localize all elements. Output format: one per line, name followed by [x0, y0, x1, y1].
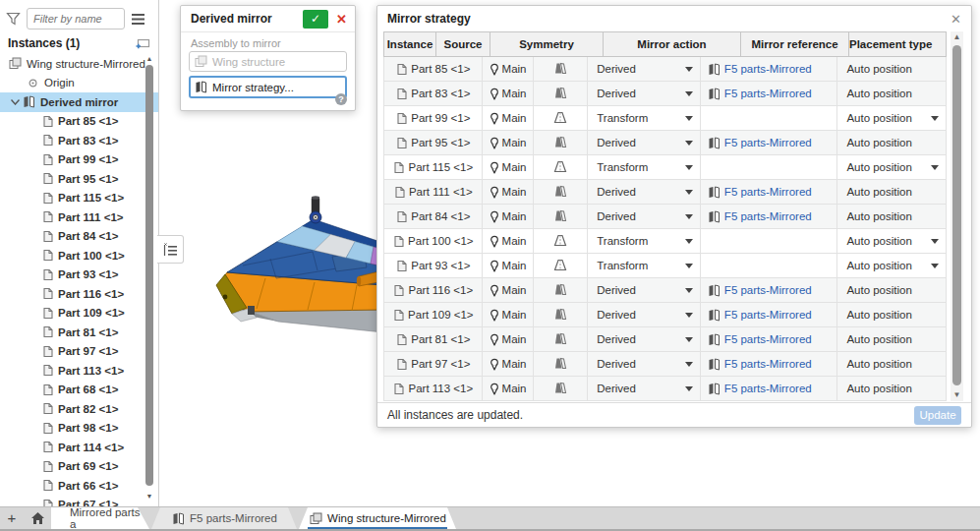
table-row[interactable]: Part 111 <1> Main — [383, 180, 947, 205]
tree-item[interactable]: Part 68 <1> — [0, 381, 158, 400]
tree-item[interactable]: Part 69 <1> — [0, 457, 158, 477]
confirm-button[interactable]: ✓ — [303, 10, 328, 29]
tree-item[interactable]: Derived mirror — [0, 92, 158, 112]
close-icon[interactable]: ✕ — [951, 12, 961, 27]
table-row[interactable]: Part 113 <1> Main — [383, 377, 947, 401]
placement-type-cell[interactable]: Auto position — [837, 229, 946, 253]
mirror-reference-link[interactable]: F5 parts-Mirrored — [724, 186, 812, 198]
tree-item[interactable]: Part 100 <1> — [0, 246, 158, 266]
mirror-action-dropdown[interactable]: Derived — [588, 377, 701, 400]
table-row[interactable]: Part 109 <1> Main — [383, 303, 947, 327]
tree-item[interactable]: Part 109 <1> — [0, 304, 158, 324]
mirror-reference-link[interactable]: F5 parts-Mirrored — [724, 309, 812, 321]
mirror-reference-link[interactable]: F5 parts-Mirrored — [724, 284, 812, 296]
tree-item[interactable]: Part 114 <1> — [0, 438, 158, 457]
placement-type-cell[interactable]: Auto position — [837, 327, 946, 351]
table-row[interactable]: Part 84 <1> Main — [383, 205, 947, 229]
mirror-action-dropdown[interactable]: Derived — [588, 180, 701, 204]
tree-item[interactable]: Part 113 <1> — [0, 361, 158, 381]
mirror-action-dropdown[interactable]: Transform — [588, 106, 701, 130]
filter-icon[interactable] — [6, 12, 21, 26]
placement-type-cell[interactable]: Auto position — [837, 131, 946, 154]
help-icon[interactable]: ? — [335, 93, 347, 105]
tree-item[interactable]: Part 115 <1> — [0, 189, 158, 208]
table-row[interactable]: Part 81 <1> Main — [383, 327, 947, 352]
tree-item[interactable]: Part 97 <1> — [0, 342, 158, 362]
tree-item[interactable]: Part 95 <1> — [0, 169, 158, 189]
sidebar-scrollbar-thumb[interactable] — [145, 65, 153, 486]
scroll-up-icon[interactable]: ▲ — [951, 31, 963, 43]
table-row[interactable]: Part 93 <1> Main — [383, 254, 947, 278]
placement-type-cell[interactable]: Auto position — [837, 180, 946, 204]
add-tab-button[interactable]: + — [0, 507, 24, 529]
scroll-down-icon[interactable]: ▼ — [144, 493, 154, 501]
table-scrollbar[interactable]: ▲ ▼ — [951, 31, 963, 401]
mirror-strategy-button[interactable]: Mirror strategy... — [189, 76, 347, 98]
mirror-action-dropdown[interactable]: Derived — [588, 131, 701, 154]
document-tab[interactable]: Wing structure-Mirrored — [299, 507, 456, 529]
mirror-action-dropdown[interactable]: Derived — [588, 352, 701, 376]
document-tab[interactable]: Mirrored parts a — [51, 507, 149, 529]
mirror-reference-link[interactable]: F5 parts-Mirrored — [724, 137, 812, 148]
mirror-action-dropdown[interactable]: Derived — [588, 57, 701, 81]
chevron-down-icon[interactable] — [8, 99, 22, 105]
mirror-reference-link[interactable]: F5 parts-Mirrored — [724, 383, 812, 394]
placement-type-cell[interactable]: Auto position — [837, 254, 946, 277]
placement-type-cell[interactable]: Auto position — [837, 106, 946, 130]
tree-item[interactable]: Part 111 <1> — [0, 207, 158, 227]
mirror-action-dropdown[interactable]: Derived — [588, 205, 701, 228]
table-row[interactable]: Part 97 <1> Main — [383, 352, 947, 377]
table-row[interactable]: Part 85 <1> Main — [383, 57, 947, 82]
sidebar-scrollbar[interactable]: ▲ ▼ — [144, 55, 154, 501]
mirror-action-dropdown[interactable]: Transform — [588, 254, 701, 277]
mirror-action-dropdown[interactable]: Derived — [588, 303, 701, 326]
assembly-field[interactable]: Wing structure — [189, 51, 347, 72]
mirror-action-dropdown[interactable]: Transform — [588, 155, 701, 179]
scroll-down-icon[interactable]: ▼ — [951, 389, 963, 401]
tree-item[interactable]: Part 85 <1> — [0, 112, 158, 132]
table-row[interactable]: Part 115 <1> Main — [383, 155, 947, 180]
mirror-reference-link[interactable]: F5 parts-Mirrored — [724, 210, 812, 222]
mirror-reference-link[interactable]: F5 parts-Mirrored — [724, 358, 812, 370]
placement-type-cell[interactable]: Auto position — [837, 205, 946, 228]
mirror-reference-link[interactable]: F5 parts-Mirrored — [724, 333, 812, 345]
tree-item[interactable]: Part 84 <1> — [0, 227, 158, 247]
cancel-button[interactable]: ✕ — [328, 12, 349, 27]
placement-type-cell[interactable]: Auto position — [837, 82, 946, 105]
placement-type-cell[interactable]: Auto position — [837, 303, 946, 326]
placement-type-cell[interactable]: Auto position — [837, 278, 946, 302]
mirror-action-dropdown[interactable]: Derived — [588, 82, 701, 105]
placement-type-cell[interactable]: Auto position — [837, 155, 946, 179]
mirror-reference-link[interactable]: F5 parts-Mirrored — [724, 88, 812, 99]
tree-item[interactable]: Part 82 <1> — [0, 399, 158, 419]
scroll-up-icon[interactable]: ▲ — [144, 55, 154, 63]
home-button[interactable] — [24, 507, 51, 529]
mirror-action-dropdown[interactable]: Derived — [588, 327, 701, 351]
tree-item[interactable]: Part 93 <1> — [0, 266, 158, 285]
table-row[interactable]: Part 95 <1> Main — [383, 131, 947, 155]
table-row[interactable]: Part 116 <1> Main — [383, 278, 947, 303]
tree-item[interactable]: Part 66 <1> — [0, 476, 158, 496]
placement-type-cell[interactable]: Auto position — [837, 57, 946, 81]
list-view-icon[interactable] — [131, 13, 145, 26]
mirror-action-dropdown[interactable]: Derived — [588, 278, 701, 302]
insert-icon[interactable] — [135, 36, 150, 50]
tree-item[interactable]: Part 81 <1> — [0, 323, 158, 342]
table-scrollbar-thumb[interactable] — [952, 45, 961, 385]
placement-type-cell[interactable]: Auto position — [837, 352, 946, 376]
tree-item[interactable]: Origin — [0, 74, 158, 93]
table-row[interactable]: Part 99 <1> Main — [383, 106, 947, 131]
tree-item[interactable]: Part 83 <1> — [0, 131, 158, 150]
tree-item[interactable]: Wing structure-Mirrored — [0, 54, 158, 74]
placement-type-cell[interactable]: Auto position — [837, 377, 946, 400]
structure-tree-toggle[interactable] — [157, 235, 184, 264]
tree-item[interactable]: Part 99 <1> — [0, 150, 158, 170]
mirror-reference-link[interactable]: F5 parts-Mirrored — [724, 63, 812, 75]
filter-input[interactable] — [27, 8, 125, 30]
mirror-action-dropdown[interactable]: Transform — [588, 229, 701, 253]
update-button[interactable]: Update — [914, 406, 961, 425]
tree-item[interactable]: Part 98 <1> — [0, 419, 158, 439]
table-row[interactable]: Part 100 <1> Main — [383, 229, 947, 254]
document-tab[interactable]: F5 parts-Mirrored — [151, 507, 297, 529]
tree-item[interactable]: Part 116 <1> — [0, 284, 158, 304]
